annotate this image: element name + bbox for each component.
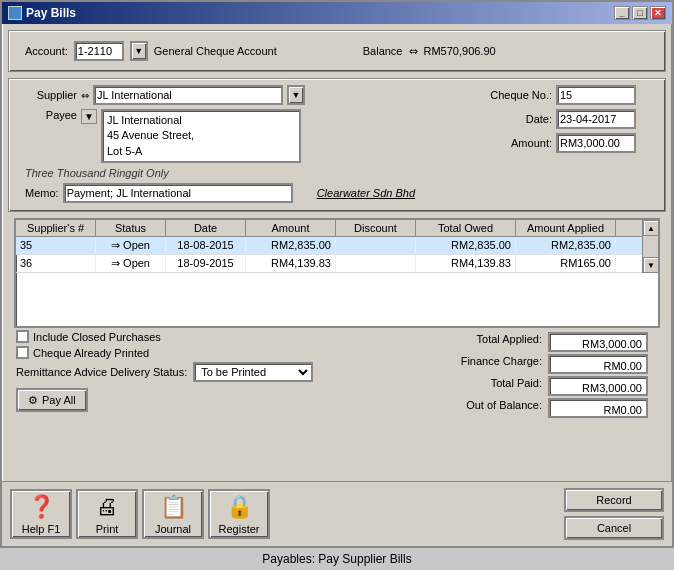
table-row[interactable]: 36 ⇒ Open 18-09-2015 RM4,139.83 RM4,139.… (16, 255, 642, 273)
bottom-section: Include Closed Purchases Cheque Already … (8, 328, 666, 418)
supplier-label: Supplier (17, 89, 77, 101)
col-status: Status (96, 220, 166, 236)
supplier-left: Supplier ⇔ ▼ Payee ▼ JL International 45… (17, 85, 467, 205)
totals-grid: Total Applied: RM3,000.00 Finance Charge… (426, 332, 660, 418)
scrollbar-vertical[interactable]: ▲ ▼ (642, 220, 658, 273)
account-input[interactable] (74, 41, 124, 61)
app-icon (8, 6, 22, 20)
account-row: Account: ▼ General Cheque Account Balanc… (17, 37, 657, 65)
include-closed-row: Include Closed Purchases (16, 330, 418, 343)
date-input[interactable] (556, 109, 636, 129)
col-amount-applied: Amount Applied (516, 220, 616, 236)
table-header: Supplier's # Status Date Amount Discount… (16, 220, 642, 237)
col-date: Date (166, 220, 246, 236)
record-button[interactable]: Record (564, 488, 664, 512)
journal-icon: 📋 (160, 494, 187, 520)
amount-input[interactable] (556, 133, 636, 153)
register-button[interactable]: 🔒 Register (208, 489, 270, 539)
memo-input[interactable] (63, 183, 293, 203)
cell-status: ⇒ Open (96, 237, 166, 254)
payee-label: Payee (17, 109, 77, 121)
col-amount: Amount (246, 220, 336, 236)
toolbar: ❓ Help F1 🖨 Print 📋 Journal 🔒 Register R… (2, 481, 672, 546)
main-window: Pay Bills _ □ ✕ Account: ▼ General Chequ… (0, 0, 674, 548)
supplier-dropdown-btn[interactable]: ▼ (287, 85, 305, 105)
cheque-printed-checkbox[interactable] (16, 346, 29, 359)
account-name: General Cheque Account (154, 45, 277, 57)
title-bar-left: Pay Bills (8, 6, 76, 20)
balance-arrow-icon: ⇔ (409, 45, 418, 58)
cell-amount-applied: RM165.00 (516, 255, 616, 272)
cheque-no-label: Cheque No.: (477, 89, 552, 101)
cell-date: 18-09-2015 (166, 255, 246, 272)
memo-row: Memo: Clearwater Sdn Bhd (25, 183, 459, 203)
window-title: Pay Bills (26, 6, 76, 20)
supplier-row: Supplier ⇔ ▼ (17, 85, 467, 105)
title-bar: Pay Bills _ □ ✕ (2, 2, 672, 24)
account-label: Account: (25, 45, 68, 57)
cheque-printed-label: Cheque Already Printed (33, 347, 149, 359)
help-button[interactable]: ❓ Help F1 (10, 489, 72, 539)
supplier-arrow-icon: ⇔ (81, 90, 89, 101)
totals-section: Total Applied: RM3,000.00 Finance Charge… (426, 328, 666, 418)
memo-label: Memo: (25, 187, 59, 199)
payee-icon[interactable]: ▼ (81, 109, 97, 124)
scroll-down-btn[interactable]: ▼ (643, 257, 659, 273)
date-label: Date: (477, 113, 552, 125)
cell-discount (336, 237, 416, 254)
cheque-no-input[interactable] (556, 85, 636, 105)
cell-amount-applied: RM2,835.00 (516, 237, 616, 254)
address-line2: 45 Avenue Street, (107, 128, 295, 143)
date-row: Date: (477, 109, 657, 129)
cheque-printed-row: Cheque Already Printed (16, 346, 418, 359)
account-dropdown-btn[interactable]: ▼ (130, 41, 148, 61)
include-closed-checkbox[interactable] (16, 330, 29, 343)
table-container: Supplier's # Status Date Amount Discount… (16, 220, 658, 273)
left-bottom: Include Closed Purchases Cheque Already … (8, 328, 426, 418)
out-of-balance-value: RM0.00 (548, 398, 648, 418)
close-button[interactable]: ✕ (650, 6, 666, 20)
cell-discount (336, 255, 416, 272)
status-bar: Payables: Pay Supplier Bills (0, 548, 674, 570)
pay-all-button[interactable]: ⚙ Pay All (16, 388, 88, 412)
help-label: Help F1 (22, 523, 61, 535)
journal-label: Journal (155, 523, 191, 535)
print-icon: 🖨 (96, 494, 118, 520)
col-total-owed: Total Owed (416, 220, 516, 236)
col-discount: Discount (336, 220, 416, 236)
table-main: Supplier's # Status Date Amount Discount… (16, 220, 642, 273)
cancel-button[interactable]: Cancel (564, 516, 664, 540)
cell-status: ⇒ Open (96, 255, 166, 272)
total-applied-value: RM3,000.00 (548, 332, 648, 352)
cell-total-owed: RM2,835.00 (416, 237, 516, 254)
delivery-row: Remittance Advice Delivery Status: To be… (16, 362, 418, 382)
delivery-select[interactable]: To be Printed Already Printed Email (193, 362, 313, 382)
cell-supplier-num: 36 (16, 255, 96, 272)
print-label: Print (96, 523, 119, 535)
cell-amount: RM4,139.83 (246, 255, 336, 272)
cheque-section: Cheque No.: Date: Amount: (477, 85, 657, 205)
supplier-input[interactable] (93, 85, 283, 105)
table-row[interactable]: 35 ⇒ Open 18-08-2015 RM2,835.00 RM2,835.… (16, 237, 642, 255)
delivery-label: Remittance Advice Delivery Status: (16, 366, 187, 378)
out-of-balance-label: Out of Balance: (426, 398, 546, 418)
cell-date: 18-08-2015 (166, 237, 246, 254)
col-supplier-num: Supplier's # (16, 220, 96, 236)
amount-label: Amount: (477, 137, 552, 149)
pay-all-label: Pay All (42, 394, 76, 406)
amount-words: Three Thousand Ringgit Only (25, 167, 467, 179)
payee-row: Payee ▼ JL International 45 Avenue Stree… (17, 109, 467, 163)
cell-amount: RM2,835.00 (246, 237, 336, 254)
supplier-panel: Supplier ⇔ ▼ Payee ▼ JL International 45… (8, 78, 666, 212)
journal-button[interactable]: 📋 Journal (142, 489, 204, 539)
print-button[interactable]: 🖨 Print (76, 489, 138, 539)
register-label: Register (219, 523, 260, 535)
maximize-button[interactable]: □ (632, 6, 648, 20)
cheque-no-row: Cheque No.: (477, 85, 657, 105)
status-text: Payables: Pay Supplier Bills (262, 552, 411, 566)
amount-row: Amount: (477, 133, 657, 153)
cell-total-owed: RM4,139.83 (416, 255, 516, 272)
scroll-up-btn[interactable]: ▲ (643, 220, 659, 236)
address-line1: JL International (107, 113, 295, 128)
minimize-button[interactable]: _ (614, 6, 630, 20)
